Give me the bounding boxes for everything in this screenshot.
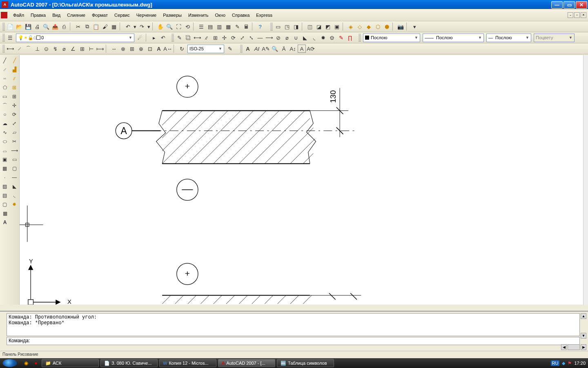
clock[interactable]: 17:20 <box>574 361 586 366</box>
toolbar-grip[interactable] <box>2 45 5 53</box>
help-icon[interactable]: ? <box>256 22 264 31</box>
v-1-icon[interactable]: ◈ <box>347 22 355 31</box>
drawing-canvas[interactable]: + А <box>20 55 583 305</box>
chamfer-mod-icon[interactable]: ◣ <box>10 182 19 191</box>
3dprint-icon[interactable]: ⎙ <box>60 22 68 31</box>
v-3-icon[interactable]: ◆ <box>365 22 373 31</box>
paste-icon[interactable]: 📋 <box>92 22 100 31</box>
menu-view[interactable]: Вид <box>49 11 64 19</box>
xx3-icon[interactable]: ∏ <box>346 34 354 42</box>
layer-dropdown[interactable]: 💡 ☀ 🔓 ⎙ 0 ▼ <box>16 34 134 42</box>
tray-icon-1[interactable]: ◆ <box>562 361 565 366</box>
dimjog-icon[interactable]: ↯ <box>51 45 59 53</box>
point-icon[interactable]: · <box>0 173 9 182</box>
block-icon[interactable]: ▦ <box>0 164 9 173</box>
rotate-icon[interactable]: ⟳ <box>229 34 237 42</box>
cut-icon[interactable]: ✂ <box>74 22 82 31</box>
designcenter-icon[interactable]: ▤ <box>206 22 214 31</box>
arraypol-icon[interactable]: ⊞ <box>10 92 19 101</box>
xline-mod-icon[interactable]: ╱ <box>10 56 19 65</box>
stretch-icon[interactable]: ⤡ <box>247 34 255 42</box>
copy-icon[interactable]: ⧉ <box>83 22 91 31</box>
ws-1-icon[interactable]: ▭ <box>274 22 282 31</box>
makecurrent-icon[interactable]: ▸ <box>150 34 158 42</box>
minimize-button[interactable]: — <box>551 1 563 9</box>
stretch-mod-icon[interactable]: ▱ <box>10 128 19 137</box>
undo-icon[interactable]: ↶ <box>124 22 132 31</box>
publish-icon[interactable]: 📤 <box>51 22 59 31</box>
menu-merge[interactable]: Слияние <box>64 11 89 19</box>
copy-obj-icon[interactable]: ⿻ <box>184 34 192 42</box>
lineweight-dropdown[interactable]: — Послою ▼ <box>486 34 531 42</box>
offset-mod-icon[interactable]: ⫽ <box>10 74 19 83</box>
mirror-mod-icon[interactable]: ▟ <box>10 65 19 74</box>
trim-mod-icon[interactable]: ✂ <box>10 137 19 146</box>
toolbar-grip[interactable] <box>2 34 5 42</box>
menu-help[interactable]: Справка <box>229 11 253 19</box>
start-button[interactable] <box>2 359 17 367</box>
break-mod-icon[interactable]: ▭ <box>10 155 19 164</box>
ellipsearc-icon[interactable]: ⌓ <box>0 146 9 155</box>
erase-icon[interactable]: ✎ <box>175 34 183 42</box>
find-icon[interactable]: 🔍 <box>271 45 279 53</box>
layerprops-icon[interactable]: ☰ <box>6 34 14 42</box>
preview-icon[interactable]: 🔍 <box>42 22 50 31</box>
textedit-icon[interactable]: A✎ <box>262 45 270 53</box>
break1-icon[interactable]: ⊘ <box>274 34 282 42</box>
breakpt-icon[interactable]: ▢ <box>10 164 19 173</box>
command-line[interactable]: Команда: <box>7 337 580 345</box>
menu-tools[interactable]: Сервис <box>111 11 133 19</box>
dimang-icon[interactable]: ∠ <box>69 45 77 53</box>
render-icon[interactable]: 📷 <box>396 22 405 31</box>
extend-icon[interactable]: ⟶ <box>265 34 273 42</box>
toolbar-grip[interactable] <box>2 22 5 31</box>
chamfer-icon[interactable]: ◣ <box>301 34 309 42</box>
qdim-icon[interactable]: ⊞ <box>78 45 86 53</box>
linetype-dropdown[interactable]: —— Послою ▼ <box>423 34 484 42</box>
mirror-icon[interactable]: ⟷ <box>193 34 201 42</box>
layerprev-icon[interactable]: ↶ <box>159 34 167 42</box>
open-icon[interactable]: 📂 <box>15 22 23 31</box>
menu-draw[interactable]: Черчение <box>133 11 160 19</box>
undo-dd-icon[interactable]: ▾ <box>133 22 137 31</box>
blockeditor-icon[interactable]: ▦ <box>110 22 118 31</box>
offset-icon[interactable]: ⫽ <box>202 34 210 42</box>
scroll-up-icon[interactable]: ▲ <box>581 313 586 319</box>
circle-icon[interactable]: ○ <box>0 110 9 119</box>
dimupdate-icon[interactable]: ↻ <box>178 45 186 53</box>
scale-icon[interactable]: ⤢ <box>238 34 246 42</box>
dimspace-icon[interactable]: ↔ <box>110 45 118 53</box>
rectangle-icon[interactable]: ▭ <box>0 92 9 101</box>
dimarc-icon[interactable]: ⌒ <box>24 45 32 53</box>
properties-icon[interactable]: ☰ <box>197 22 205 31</box>
scale-mod-icon[interactable]: ⤢ <box>10 119 19 128</box>
dimtedit-icon[interactable]: A↔ <box>164 45 172 53</box>
array-mod-icon[interactable]: ⊞ <box>10 83 19 92</box>
join-mod-icon[interactable]: — <box>10 173 19 182</box>
ws-6-icon[interactable]: ◩ <box>324 22 332 31</box>
taskbar-item-autocad[interactable]: AAutoCAD 2007 - [... <box>218 359 275 367</box>
mtext-side-icon[interactable]: A <box>0 218 9 227</box>
mtext-icon[interactable]: A <box>244 45 252 53</box>
toolbar-grip[interactable] <box>240 45 243 53</box>
hatch-icon[interactable]: ▨ <box>0 182 9 191</box>
table-icon[interactable]: ▦ <box>0 209 9 218</box>
xx1-icon[interactable]: ⯐ <box>328 34 336 42</box>
region-icon[interactable]: ▢ <box>0 200 9 209</box>
ws-3-icon[interactable]: ◨ <box>292 22 300 31</box>
menu-express[interactable]: Express <box>253 11 276 19</box>
array-icon[interactable]: ⊞ <box>211 34 219 42</box>
taskbar-item-word[interactable]: WКопия 12 - Micros... <box>159 359 216 367</box>
polygon-icon[interactable]: ⬠ <box>0 83 9 92</box>
extend-mod-icon[interactable]: ⟶ <box>10 146 19 155</box>
toolbar-grip[interactable] <box>359 34 361 42</box>
move-mod-icon[interactable]: ✢ <box>10 101 19 110</box>
dimdia-icon[interactable]: ⌀ <box>60 45 68 53</box>
justify-icon[interactable]: A <box>298 45 306 53</box>
rotate-mod-icon[interactable]: ⟳ <box>10 110 19 119</box>
break2-icon[interactable]: ⌀ <box>283 34 291 42</box>
v-2-icon[interactable]: ◇ <box>356 22 364 31</box>
toolbar-grip[interactable] <box>270 22 273 31</box>
taskbar-item-folder[interactable]: 📁АСК <box>42 359 99 367</box>
dimstyle-dropdown[interactable]: ISO-25 ▼ <box>187 45 224 53</box>
